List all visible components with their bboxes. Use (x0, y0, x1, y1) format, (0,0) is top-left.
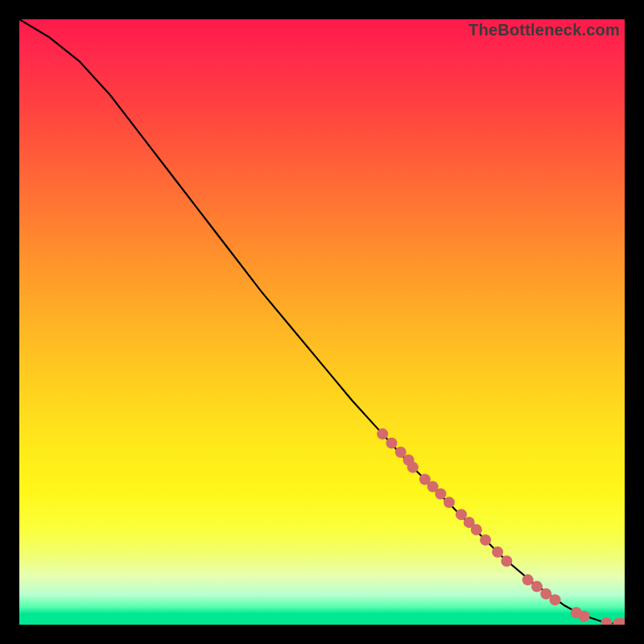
data-marker (501, 555, 512, 567)
data-marker (471, 524, 482, 535)
data-marker (550, 594, 561, 605)
chart-svg (19, 19, 625, 625)
curve-line (19, 19, 625, 624)
curve-markers (377, 428, 625, 625)
data-marker (492, 547, 503, 558)
data-marker (444, 497, 455, 508)
data-marker (579, 610, 590, 621)
data-marker (522, 574, 534, 585)
data-marker (480, 535, 491, 546)
data-marker (601, 617, 612, 625)
data-marker (435, 489, 446, 500)
chart-stage: TheBottleneck.com (0, 0, 644, 644)
plot-area: TheBottleneck.com (19, 19, 625, 625)
data-marker (377, 428, 388, 440)
data-marker (386, 437, 397, 448)
data-marker (407, 461, 419, 473)
data-marker (531, 581, 543, 592)
